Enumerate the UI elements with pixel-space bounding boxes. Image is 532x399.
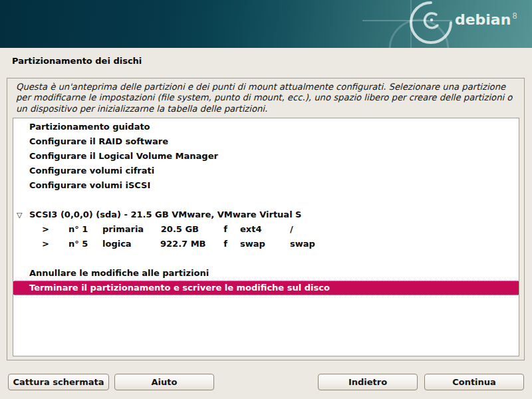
screenshot-button[interactable]: Cattura schermata xyxy=(8,374,109,390)
partition-format-flag: f xyxy=(199,237,227,251)
child-marker-icon: > xyxy=(42,237,68,251)
list-item-partition-1[interactable]: >n° 1primaria20.5 GBfext4/ xyxy=(13,222,519,237)
child-marker-icon: > xyxy=(42,222,68,236)
description-text: Questa è un'anteprima delle partizioni e… xyxy=(16,82,515,114)
list-item-configure-encrypted[interactable]: Configurare volumi cifrati xyxy=(13,164,519,178)
list-item-configure-iscsi[interactable]: Configurare volumi iSCSI xyxy=(13,178,519,193)
page-title: Partizionamento dei dischi xyxy=(12,56,142,66)
question-frame: Questa è un'anteprima delle partizioni e… xyxy=(7,78,525,360)
partition-size: 922.7 MB xyxy=(160,237,199,251)
brand-wordmark: debian8 xyxy=(455,11,517,28)
list-item-guided-partitioning[interactable]: Partizionamento guidato xyxy=(13,120,519,134)
partition-number: n° 1 xyxy=(68,222,102,236)
list-item-disk-sda[interactable]: ▽SCSI3 (0,0,0) (sda) - 21.5 GB VMware, V… xyxy=(13,207,519,222)
partition-number: n° 5 xyxy=(68,237,102,251)
partition-type: primaria xyxy=(102,222,160,236)
brand-name: debian xyxy=(455,11,511,28)
list-spacer xyxy=(13,251,519,266)
disk-label: SCSI3 (0,0,0) (sda) - 21.5 GB VMware, VM… xyxy=(29,209,301,219)
help-button[interactable]: Aiuto xyxy=(114,374,214,390)
expander-down-icon[interactable]: ▽ xyxy=(17,208,29,222)
list-item-finish-partitioning[interactable]: Terminare il partizionamento e scrivere … xyxy=(13,281,519,295)
partition-mountpoint: / xyxy=(290,222,293,236)
partition-size: 20.5 GB xyxy=(160,222,199,236)
list-item-configure-raid[interactable]: Configurare il RAID software xyxy=(13,134,519,149)
header-banner: debian8 xyxy=(0,0,532,48)
list-item-undo-changes[interactable]: Annullare le modifiche alle partizioni xyxy=(13,266,519,281)
partition-filesystem: ext4 xyxy=(240,222,290,236)
list-item-configure-lvm[interactable]: Configurare il Logical Volume Manager xyxy=(13,149,519,164)
partition-mountpoint: swap xyxy=(290,237,315,251)
partition-filesystem: swap xyxy=(240,237,290,251)
continue-button[interactable]: Continua xyxy=(424,374,524,390)
list-item-partition-5[interactable]: >n° 5logica922.7 MBfswapswap xyxy=(13,237,519,251)
partition-listbox[interactable]: Partizionamento guidato Configurare il R… xyxy=(13,118,519,356)
back-button[interactable]: Indietro xyxy=(318,374,418,390)
partition-format-flag: f xyxy=(199,222,227,236)
partition-type: logica xyxy=(102,237,160,251)
list-spacer xyxy=(13,193,519,207)
brand-version: 8 xyxy=(512,11,517,21)
